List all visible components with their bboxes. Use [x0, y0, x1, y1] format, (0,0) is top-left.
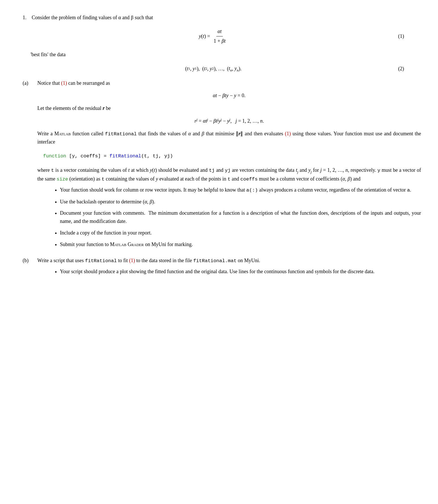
eq-number-1: (1) [387, 32, 404, 40]
equation-1-row: y(t) = αt 1 + βt (1) [40, 27, 404, 45]
bullet-a-2: Use the backslash operator to determine … [60, 198, 421, 206]
part-a: (a) Notice that (1) can be rearranged as… [23, 79, 421, 252]
problem-intro: Consider the problem of finding values o… [32, 14, 153, 22]
residual-intro: Let the elements of the residual r be [37, 104, 421, 112]
part-b-bullets: Your script should produce a plot showin… [60, 268, 421, 276]
best-fits-text: 'best fits' the data [31, 51, 421, 59]
equation-2: (t1, y1), (t2, y2), …, (tn, yn). [40, 64, 387, 73]
eq-number-2: (2) [387, 65, 404, 73]
equation-2-row: (t1, y1), (t2, y2), …, (tn, yn). (2) [40, 64, 404, 73]
problem-1: 1. Consider the problem of finding value… [23, 14, 421, 279]
equation-1: y(t) = αt 1 + βt [40, 27, 387, 45]
bullet-a-3: Document your function with comments. Th… [60, 209, 421, 225]
part-a-bullets: Your function should work for column or … [60, 186, 421, 248]
part-a-content: Notice that (1) can be rearranged as αt … [37, 79, 421, 252]
bullet-b-1: Your script should produce a plot showin… [60, 268, 421, 276]
bullet-a-1: Your function should work for column or … [60, 186, 421, 194]
bullet-a-4: Include a copy of the function in your r… [60, 229, 421, 237]
residual-eq: rj = αtj − βtjyj − yj, j = 1, 2, …, n. [37, 117, 421, 125]
part-b-content: Write a script that uses fitRational to … [37, 257, 421, 279]
part-a-notice: Notice that (1) can be rearranged as [37, 79, 421, 87]
rearranged-eq: αt − βty − y = 0. [37, 92, 421, 100]
matlab-function-intro: Write a Matlab function called fitRation… [37, 130, 421, 146]
part-b-text: Write a script that uses fitRational to … [37, 257, 421, 265]
part-b-label: (b) [23, 257, 37, 265]
part-b: (b) Write a script that uses fitRational… [23, 257, 421, 279]
function-signature: function [y, coeffs] = fitRational(t, tj… [37, 151, 421, 162]
where-text: where t is a vector containing the value… [37, 166, 421, 183]
problem-number: 1. [23, 14, 32, 22]
bullet-a-5: Submit your function to Matlab Grader on… [60, 240, 421, 249]
part-a-label: (a) [23, 79, 37, 87]
fraction-alpha-t: αt 1 + βt [213, 27, 227, 45]
